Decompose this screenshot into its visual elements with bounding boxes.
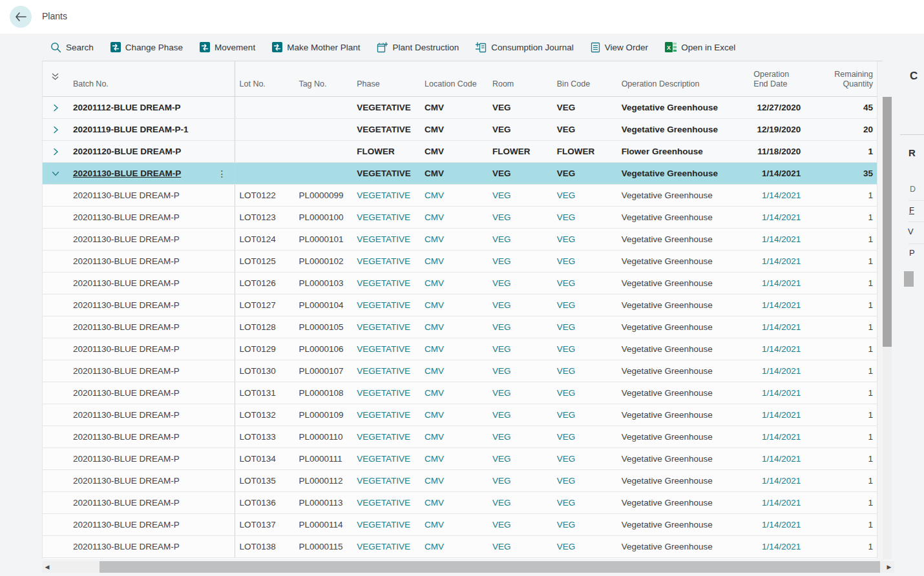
view-order-button[interactable]: View Order <box>591 42 648 53</box>
collapse-group-button[interactable] <box>43 163 68 184</box>
cell-bin-code[interactable]: VEG <box>552 338 617 360</box>
cell-operation-end-date[interactable]: 1/14/2021 <box>749 251 804 272</box>
table-row[interactable]: 20201130-BLUE DREAM-PLOT0134PL0000111VEG… <box>43 448 877 470</box>
cell-room[interactable]: VEG <box>488 426 552 447</box>
cell-bin-code[interactable]: VEG <box>552 470 617 491</box>
cell-operation-end-date[interactable]: 1/14/2021 <box>749 404 804 426</box>
table-row[interactable]: 20201120-BLUE DREAM-PFLOWERCMVFLOWERFLOW… <box>43 141 877 163</box>
back-button[interactable] <box>10 6 32 28</box>
cell-bin-code[interactable]: VEG <box>552 360 617 382</box>
cell-phase[interactable]: VEGETATIVE <box>352 185 420 206</box>
cell-phase[interactable]: VEGETATIVE <box>352 448 420 469</box>
cell-operation-end-date[interactable]: 1/14/2021 <box>749 229 804 250</box>
cell-batch-no[interactable]: 20201130-BLUE DREAM-P <box>68 536 235 557</box>
cell-phase[interactable]: VEGETATIVE <box>352 273 420 294</box>
table-row[interactable]: 20201130-BLUE DREAM-PLOT0138PL0000115VEG… <box>43 536 877 558</box>
expand-group-button[interactable] <box>43 141 68 162</box>
cell-batch-no[interactable]: 20201130-BLUE DREAM-P <box>68 207 235 228</box>
cell-location-code[interactable]: CMV <box>420 294 488 316</box>
table-row[interactable]: 20201130-BLUE DREAM-PLOT0128PL0000105VEG… <box>43 316 877 338</box>
cell-operation-end-date[interactable]: 1/14/2021 <box>749 536 804 557</box>
plant-destruction-button[interactable]: Plant Destruction <box>377 42 459 53</box>
table-row[interactable]: 20201130-BLUE DREAM-PLOT0127PL0000104VEG… <box>43 294 877 316</box>
cell-bin-code[interactable]: VEG <box>552 382 617 404</box>
cell-operation-end-date[interactable]: 1/14/2021 <box>749 294 804 316</box>
cell-room[interactable]: VEG <box>488 229 552 250</box>
cell-batch-no[interactable]: 20201130-BLUE DREAM-P <box>68 448 235 469</box>
cell-batch-no[interactable]: 20201130-BLUE DREAM-P⋮ <box>68 163 235 184</box>
cell-bin-code[interactable]: VEG <box>552 404 617 426</box>
make-mother-plant-button[interactable]: Make Mother Plant <box>272 42 360 52</box>
cell-batch-no[interactable]: 20201130-BLUE DREAM-P <box>68 492 235 513</box>
cell-room[interactable]: VEG <box>488 273 552 294</box>
row-options-menu[interactable]: ⋮ <box>218 163 227 184</box>
cell-bin-code[interactable]: VEG <box>552 448 617 469</box>
cell-batch-no[interactable]: 20201130-BLUE DREAM-P <box>68 294 235 316</box>
cell-batch-no[interactable]: 20201130-BLUE DREAM-P <box>68 514 235 535</box>
cell-room[interactable]: VEG <box>488 294 552 316</box>
header-filter-cell[interactable] <box>43 61 68 96</box>
cell-batch-no[interactable]: 20201112-BLUE DREAM-P <box>68 97 235 118</box>
cell-batch-no[interactable]: 20201130-BLUE DREAM-P <box>68 185 235 206</box>
cell-phase[interactable]: VEGETATIVE <box>352 514 420 535</box>
horizontal-scrollbar-thumb[interactable] <box>100 561 880 573</box>
cell-operation-end-date[interactable]: 1/14/2021 <box>749 273 804 294</box>
consumption-journal-button[interactable]: Consumption Journal <box>476 42 574 53</box>
cell-room[interactable]: VEG <box>488 360 552 382</box>
cell-bin-code[interactable]: VEG <box>552 251 617 272</box>
cell-phase[interactable]: VEGETATIVE <box>352 338 420 360</box>
header-room[interactable]: Room <box>488 61 552 96</box>
table-row[interactable]: 20201130-BLUE DREAM-PLOT0126PL0000103VEG… <box>43 273 877 294</box>
cell-operation-end-date[interactable]: 1/14/2021 <box>749 185 804 206</box>
vertical-scrollbar[interactable] <box>883 97 892 559</box>
cell-location-code[interactable]: CMV <box>420 273 488 294</box>
cell-phase[interactable]: VEGETATIVE <box>352 470 420 491</box>
cell-phase[interactable]: VEGETATIVE <box>352 360 420 382</box>
cell-batch-no[interactable]: 20201130-BLUE DREAM-P <box>68 229 235 250</box>
cell-operation-end-date[interactable]: 1/14/2021 <box>749 426 804 447</box>
cell-room[interactable]: VEG <box>488 470 552 491</box>
scroll-right-arrow[interactable]: ▶ <box>884 561 894 573</box>
table-row[interactable]: 20201130-BLUE DREAM-PLOT0131PL0000108VEG… <box>43 382 877 404</box>
cell-bin-code[interactable]: VEG <box>552 492 617 513</box>
cell-location-code[interactable]: CMV <box>420 470 488 491</box>
table-row[interactable]: 20201130-BLUE DREAM-PLOT0122PL0000099VEG… <box>43 185 877 207</box>
cell-batch-no[interactable]: 20201130-BLUE DREAM-P <box>68 382 235 404</box>
table-row[interactable]: 20201130-BLUE DREAM-PLOT0132PL0000109VEG… <box>43 404 877 426</box>
table-row[interactable]: 20201130-BLUE DREAM-PLOT0137PL0000114VEG… <box>43 514 877 536</box>
cell-batch-no[interactable]: 20201130-BLUE DREAM-P <box>68 338 235 360</box>
cell-batch-no[interactable]: 20201130-BLUE DREAM-P <box>68 251 235 272</box>
cell-phase[interactable]: VEGETATIVE <box>352 316 420 338</box>
cell-location-code[interactable]: CMV <box>420 514 488 535</box>
cell-bin-code[interactable]: VEG <box>552 514 617 535</box>
table-row[interactable]: 20201130-BLUE DREAM-PLOT0129PL0000106VEG… <box>43 338 877 360</box>
header-tag-no[interactable]: Tag No. <box>294 61 352 96</box>
cell-operation-end-date[interactable]: 1/14/2021 <box>749 470 804 491</box>
cell-room[interactable]: VEG <box>488 448 552 469</box>
table-row[interactable]: 20201119-BLUE DREAM-P-1VEGETATIVECMVVEGV… <box>43 119 877 141</box>
cell-operation-end-date[interactable]: 1/14/2021 <box>749 492 804 513</box>
cell-batch-no[interactable]: 20201130-BLUE DREAM-P <box>68 316 235 338</box>
expand-group-button[interactable] <box>43 119 68 140</box>
header-remaining-quantity[interactable]: Remaining Quantity <box>804 61 877 96</box>
cell-room[interactable]: VEG <box>488 251 552 272</box>
cell-phase[interactable]: VEGETATIVE <box>352 207 420 228</box>
cell-batch-no[interactable]: 20201120-BLUE DREAM-P <box>68 141 235 162</box>
cell-bin-code[interactable]: VEG <box>552 294 617 316</box>
header-phase[interactable]: Phase <box>352 61 420 96</box>
table-row[interactable]: 20201130-BLUE DREAM-PLOT0123PL0000100VEG… <box>43 207 877 229</box>
table-row[interactable]: 20201112-BLUE DREAM-PVEGETATIVECMVVEGVEG… <box>43 97 877 119</box>
header-lot-no[interactable]: Lot No. <box>235 61 295 96</box>
cell-location-code[interactable]: CMV <box>420 207 488 228</box>
cell-bin-code[interactable]: VEG <box>552 273 617 294</box>
table-row[interactable]: 20201130-BLUE DREAM-PLOT0135PL0000112VEG… <box>43 470 877 492</box>
cell-location-code[interactable]: CMV <box>420 316 488 338</box>
cell-room[interactable]: VEG <box>488 382 552 404</box>
cell-batch-no[interactable]: 20201130-BLUE DREAM-P <box>68 273 235 294</box>
cell-phase[interactable]: VEGETATIVE <box>352 251 420 272</box>
cell-operation-end-date[interactable]: 1/14/2021 <box>749 514 804 535</box>
header-location-code[interactable]: Location Code <box>420 61 488 96</box>
cell-room[interactable]: VEG <box>488 185 552 206</box>
expand-group-button[interactable] <box>43 97 68 118</box>
cell-bin-code[interactable]: VEG <box>552 207 617 228</box>
